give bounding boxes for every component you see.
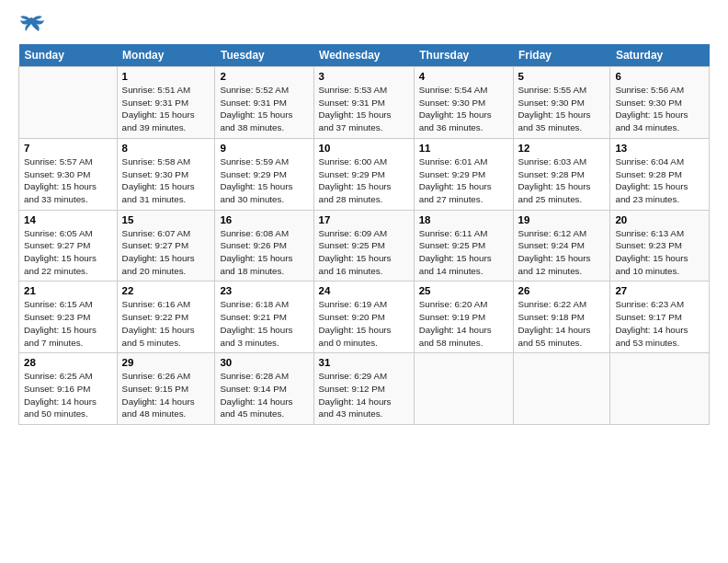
- calendar-cell: 27Sunrise: 6:23 AMSunset: 9:17 PMDayligh…: [610, 282, 710, 353]
- day-info: Sunrise: 6:03 AMSunset: 9:28 PMDaylight:…: [518, 155, 606, 206]
- logo-bird-icon: [20, 15, 46, 35]
- calendar-cell: 29Sunrise: 6:26 AMSunset: 9:15 PMDayligh…: [117, 353, 215, 425]
- day-info: Sunrise: 5:57 AMSunset: 9:30 PMDaylight:…: [24, 155, 112, 206]
- calendar-cell: 4Sunrise: 5:54 AMSunset: 9:30 PMDaylight…: [414, 67, 513, 139]
- calendar-cell: 15Sunrise: 6:07 AMSunset: 9:27 PMDayligh…: [117, 210, 215, 282]
- day-info: Sunrise: 6:23 AMSunset: 9:17 PMDaylight:…: [615, 298, 704, 349]
- header: [18, 15, 710, 35]
- calendar-week-row: 1Sunrise: 5:51 AMSunset: 9:31 PMDaylight…: [19, 67, 710, 139]
- day-number: 8: [122, 143, 210, 154]
- calendar-cell: 9Sunrise: 5:59 AMSunset: 9:29 PMDaylight…: [215, 138, 313, 210]
- day-number: 27: [615, 285, 704, 296]
- page: SundayMondayTuesdayWednesdayThursdayFrid…: [0, 0, 728, 563]
- day-number: 17: [319, 214, 409, 225]
- day-number: 10: [319, 143, 409, 154]
- day-info: Sunrise: 5:53 AMSunset: 9:31 PMDaylight:…: [319, 84, 409, 134]
- day-info: Sunrise: 6:07 AMSunset: 9:27 PMDaylight:…: [122, 227, 210, 278]
- weekday-header: Wednesday: [313, 44, 414, 67]
- weekday-header: Friday: [513, 44, 610, 67]
- calendar-cell: 26Sunrise: 6:22 AMSunset: 9:18 PMDayligh…: [513, 282, 610, 353]
- weekday-header: Monday: [117, 44, 215, 67]
- logo-text: [18, 15, 48, 35]
- calendar-cell: 19Sunrise: 6:12 AMSunset: 9:24 PMDayligh…: [513, 210, 610, 282]
- day-number: 30: [220, 357, 308, 368]
- day-number: 14: [24, 214, 112, 225]
- day-info: Sunrise: 6:26 AMSunset: 9:15 PMDaylight:…: [122, 370, 210, 420]
- day-info: Sunrise: 6:05 AMSunset: 9:27 PMDaylight:…: [24, 227, 112, 278]
- calendar-cell: 22Sunrise: 6:16 AMSunset: 9:22 PMDayligh…: [117, 282, 215, 353]
- day-info: Sunrise: 6:25 AMSunset: 9:16 PMDaylight:…: [24, 370, 112, 420]
- calendar-cell: 8Sunrise: 5:58 AMSunset: 9:30 PMDaylight…: [117, 138, 215, 210]
- day-number: 29: [122, 357, 210, 368]
- day-info: Sunrise: 6:28 AMSunset: 9:14 PMDaylight:…: [220, 370, 308, 420]
- calendar-cell: 5Sunrise: 5:55 AMSunset: 9:30 PMDaylight…: [513, 67, 610, 139]
- logo: [18, 15, 48, 35]
- calendar-cell: 10Sunrise: 6:00 AMSunset: 9:29 PMDayligh…: [313, 138, 414, 210]
- calendar-cell: 6Sunrise: 5:56 AMSunset: 9:30 PMDaylight…: [610, 67, 710, 139]
- calendar-cell: [19, 67, 118, 139]
- day-info: Sunrise: 6:01 AMSunset: 9:29 PMDaylight:…: [419, 155, 508, 206]
- calendar-cell: 24Sunrise: 6:19 AMSunset: 9:20 PMDayligh…: [313, 282, 414, 353]
- calendar-cell: 1Sunrise: 5:51 AMSunset: 9:31 PMDaylight…: [117, 67, 215, 139]
- day-info: Sunrise: 6:15 AMSunset: 9:23 PMDaylight:…: [24, 298, 112, 349]
- calendar-week-row: 14Sunrise: 6:05 AMSunset: 9:27 PMDayligh…: [19, 210, 710, 282]
- calendar-table: SundayMondayTuesdayWednesdayThursdayFrid…: [18, 44, 710, 425]
- day-number: 23: [220, 285, 308, 296]
- day-info: Sunrise: 6:19 AMSunset: 9:20 PMDaylight:…: [319, 298, 409, 349]
- calendar-cell: 14Sunrise: 6:05 AMSunset: 9:27 PMDayligh…: [19, 210, 118, 282]
- day-info: Sunrise: 6:09 AMSunset: 9:25 PMDaylight:…: [319, 227, 409, 278]
- day-number: 16: [220, 214, 308, 225]
- day-number: 12: [518, 143, 606, 154]
- day-number: 4: [419, 71, 508, 82]
- calendar-cell: [513, 353, 610, 425]
- day-info: Sunrise: 5:51 AMSunset: 9:31 PMDaylight:…: [122, 84, 210, 134]
- day-info: Sunrise: 6:08 AMSunset: 9:26 PMDaylight:…: [220, 227, 308, 278]
- calendar-cell: 17Sunrise: 6:09 AMSunset: 9:25 PMDayligh…: [313, 210, 414, 282]
- calendar-week-row: 21Sunrise: 6:15 AMSunset: 9:23 PMDayligh…: [19, 282, 710, 353]
- weekday-header: Sunday: [19, 44, 118, 67]
- day-number: 31: [319, 357, 409, 368]
- day-number: 25: [419, 285, 508, 296]
- calendar-cell: 25Sunrise: 6:20 AMSunset: 9:19 PMDayligh…: [414, 282, 513, 353]
- day-number: 9: [220, 143, 308, 154]
- day-number: 3: [319, 71, 409, 82]
- day-number: 18: [419, 214, 508, 225]
- calendar-cell: 12Sunrise: 6:03 AMSunset: 9:28 PMDayligh…: [513, 138, 610, 210]
- day-info: Sunrise: 6:22 AMSunset: 9:18 PMDaylight:…: [518, 298, 606, 349]
- calendar-week-row: 28Sunrise: 6:25 AMSunset: 9:16 PMDayligh…: [19, 353, 710, 425]
- calendar-cell: [414, 353, 513, 425]
- day-info: Sunrise: 6:16 AMSunset: 9:22 PMDaylight:…: [122, 298, 210, 349]
- calendar-cell: 21Sunrise: 6:15 AMSunset: 9:23 PMDayligh…: [19, 282, 118, 353]
- day-info: Sunrise: 6:00 AMSunset: 9:29 PMDaylight:…: [319, 155, 409, 206]
- day-info: Sunrise: 6:29 AMSunset: 9:12 PMDaylight:…: [319, 370, 409, 420]
- day-info: Sunrise: 6:18 AMSunset: 9:21 PMDaylight:…: [220, 298, 308, 349]
- weekday-header-row: SundayMondayTuesdayWednesdayThursdayFrid…: [19, 44, 710, 67]
- day-number: 15: [122, 214, 210, 225]
- calendar-cell: [610, 353, 710, 425]
- day-number: 28: [24, 357, 112, 368]
- day-number: 1: [122, 71, 210, 82]
- day-info: Sunrise: 6:13 AMSunset: 9:23 PMDaylight:…: [615, 227, 704, 278]
- day-number: 5: [518, 71, 606, 82]
- calendar-cell: 11Sunrise: 6:01 AMSunset: 9:29 PMDayligh…: [414, 138, 513, 210]
- calendar-cell: 7Sunrise: 5:57 AMSunset: 9:30 PMDaylight…: [19, 138, 118, 210]
- day-number: 22: [122, 285, 210, 296]
- day-number: 11: [419, 143, 508, 154]
- day-number: 2: [220, 71, 308, 82]
- day-number: 26: [518, 285, 606, 296]
- calendar-cell: 2Sunrise: 5:52 AMSunset: 9:31 PMDaylight…: [215, 67, 313, 139]
- calendar-week-row: 7Sunrise: 5:57 AMSunset: 9:30 PMDaylight…: [19, 138, 710, 210]
- day-info: Sunrise: 5:58 AMSunset: 9:30 PMDaylight:…: [122, 155, 210, 206]
- weekday-header: Thursday: [414, 44, 513, 67]
- calendar-cell: 20Sunrise: 6:13 AMSunset: 9:23 PMDayligh…: [610, 210, 710, 282]
- day-number: 13: [615, 143, 704, 154]
- day-info: Sunrise: 5:55 AMSunset: 9:30 PMDaylight:…: [518, 84, 606, 134]
- calendar-cell: 16Sunrise: 6:08 AMSunset: 9:26 PMDayligh…: [215, 210, 313, 282]
- calendar-cell: 23Sunrise: 6:18 AMSunset: 9:21 PMDayligh…: [215, 282, 313, 353]
- day-number: 6: [615, 71, 704, 82]
- calendar-cell: 30Sunrise: 6:28 AMSunset: 9:14 PMDayligh…: [215, 353, 313, 425]
- day-info: Sunrise: 5:54 AMSunset: 9:30 PMDaylight:…: [419, 84, 508, 134]
- day-info: Sunrise: 5:56 AMSunset: 9:30 PMDaylight:…: [615, 84, 704, 134]
- calendar-cell: 31Sunrise: 6:29 AMSunset: 9:12 PMDayligh…: [313, 353, 414, 425]
- day-number: 19: [518, 214, 606, 225]
